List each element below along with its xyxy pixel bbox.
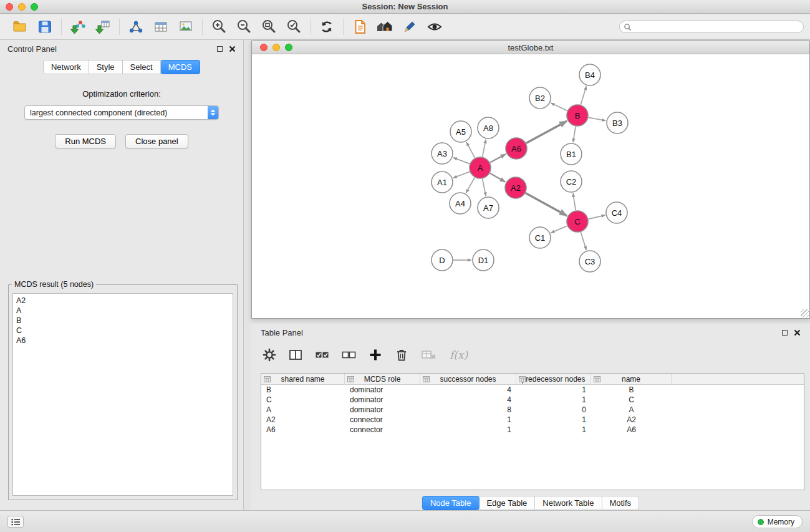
column-header-MCDS-role[interactable]: MCDS role — [345, 374, 420, 385]
function-builder-button[interactable]: f(x) — [450, 349, 468, 361]
close-window-button[interactable] — [6, 3, 13, 11]
network-node-A[interactable]: A — [470, 157, 491, 178]
table-cell[interactable]: dominator — [345, 405, 420, 415]
network-node-C3[interactable]: C3 — [579, 251, 600, 272]
network-node-C1[interactable]: C1 — [529, 227, 551, 248]
table-cell[interactable]: A2 — [261, 415, 345, 425]
gallery-button[interactable] — [372, 17, 397, 37]
network-node-B[interactable]: B — [567, 105, 588, 126]
network-node-A1[interactable]: A1 — [432, 172, 453, 193]
zoom-in-button[interactable] — [206, 17, 231, 37]
edge-A-A4[interactable] — [466, 178, 475, 193]
table-cell[interactable]: A6 — [261, 425, 345, 435]
column-header-name[interactable]: name — [591, 374, 672, 385]
resize-grip[interactable] — [801, 309, 809, 317]
table-row[interactable]: A6connector11A6 — [261, 425, 804, 435]
save-session-button[interactable] — [32, 17, 57, 37]
table-cell[interactable]: 0 — [516, 405, 591, 415]
table-row[interactable]: Adominator80A — [261, 405, 804, 415]
table-tab-motifs[interactable]: Motifs — [602, 496, 639, 510]
edge-C-C4[interactable] — [589, 215, 605, 219]
edge-A2-C[interactable] — [526, 193, 567, 216]
tab-network[interactable]: Network — [43, 60, 89, 74]
table-cell[interactable]: 1 — [420, 415, 516, 425]
edge-A-A5[interactable] — [466, 142, 475, 158]
table-cell[interactable]: connector — [345, 425, 420, 435]
network-node-C2[interactable]: C2 — [561, 171, 582, 192]
delete-table-button[interactable] — [421, 348, 437, 362]
table-settings-button[interactable] — [263, 348, 276, 362]
table-tab-network-table[interactable]: Network Table — [535, 496, 602, 510]
network-node-A6[interactable]: A6 — [506, 138, 527, 159]
mcds-result-item[interactable]: A — [16, 306, 229, 316]
edge-B-B1[interactable] — [573, 127, 576, 142]
maximize-view-button[interactable] — [285, 44, 292, 51]
table-cell[interactable]: 1 — [516, 415, 591, 425]
show-hide-details-button[interactable] — [422, 17, 447, 37]
network-node-A3[interactable]: A3 — [432, 143, 453, 164]
zoom-fit-button[interactable] — [256, 17, 281, 37]
table-cell[interactable]: 4 — [420, 395, 516, 405]
zoom-out-button[interactable] — [231, 17, 256, 37]
network-node-D[interactable]: D — [432, 249, 453, 271]
table-cell[interactable]: connector — [345, 415, 420, 425]
table-cell[interactable]: dominator — [345, 385, 420, 395]
table-cell[interactable]: A2 — [591, 415, 672, 425]
float-table-panel-button[interactable] — [782, 330, 788, 336]
network-node-A4[interactable]: A4 — [450, 193, 471, 214]
table-cell[interactable]: 1 — [516, 385, 591, 395]
edge-A-A8[interactable] — [483, 140, 486, 157]
table-cell[interactable]: A — [261, 405, 345, 415]
network-node-A7[interactable]: A7 — [478, 197, 499, 218]
edge-A6-B[interactable] — [526, 121, 567, 143]
mcds-result-item[interactable]: C — [16, 326, 229, 336]
show-console-button[interactable] — [7, 516, 24, 528]
table-row[interactable]: A2connector11A2 — [261, 415, 804, 425]
column-header-successor-nodes[interactable]: successor nodes — [420, 374, 516, 385]
table-cell[interactable]: A6 — [591, 425, 672, 435]
import-network-file-button[interactable] — [65, 17, 90, 37]
memory-button[interactable]: Memory — [752, 515, 803, 528]
table-cell[interactable]: C — [261, 395, 345, 405]
table-cell[interactable]: 1 — [516, 395, 591, 405]
close-panel-button[interactable] — [229, 46, 236, 52]
table-cell[interactable]: B — [261, 385, 345, 395]
network-node-B4[interactable]: B4 — [579, 64, 600, 85]
network-node-B2[interactable]: B2 — [529, 87, 551, 109]
network-node-B1[interactable]: B1 — [561, 143, 582, 165]
table-tab-edge-table[interactable]: Edge Table — [479, 496, 535, 510]
table-cell[interactable]: 4 — [420, 385, 516, 395]
show-columns-button[interactable] — [289, 348, 302, 362]
edge-A-A6[interactable] — [490, 154, 506, 163]
unselect-all-columns-button[interactable] — [342, 348, 356, 362]
network-node-B3[interactable]: B3 — [607, 112, 628, 133]
zoom-selected-button[interactable] — [281, 17, 306, 37]
minimize-view-button[interactable] — [272, 44, 280, 51]
table-tab-node-table[interactable]: Node Table — [422, 496, 480, 510]
network-node-C4[interactable]: C4 — [606, 202, 627, 223]
edge-B-B2[interactable] — [551, 103, 567, 110]
table-cell[interactable]: 8 — [420, 405, 516, 415]
select-all-columns-button[interactable] — [315, 348, 329, 362]
new-network-button[interactable] — [123, 17, 148, 37]
table-cell[interactable]: 1 — [420, 425, 516, 435]
column-header-predecessor-nodes[interactable]: predecessor nodes — [516, 374, 591, 385]
open-session-button[interactable] — [7, 17, 32, 37]
apply-layout-button[interactable] — [314, 17, 339, 37]
criterion-select[interactable]: largest connected component (directed) — [24, 105, 219, 120]
tab-mcds[interactable]: MCDS — [161, 60, 200, 74]
table-cell[interactable]: A — [591, 405, 672, 415]
edge-B-B4[interactable] — [581, 86, 586, 105]
maximize-window-button[interactable] — [31, 3, 38, 11]
search-input[interactable] — [634, 22, 803, 31]
create-column-button[interactable] — [369, 348, 382, 362]
delete-column-button[interactable] — [395, 348, 408, 362]
table-cell[interactable]: C — [591, 395, 672, 405]
edge-A-A2[interactable] — [490, 173, 506, 182]
edge-B-B3[interactable] — [589, 117, 606, 120]
import-table-file-button[interactable] — [90, 17, 115, 37]
table-row[interactable]: Bdominator41B — [261, 385, 804, 395]
table-row[interactable]: Cdominator41C — [261, 395, 804, 405]
network-node-A2[interactable]: A2 — [505, 177, 526, 198]
minimize-window-button[interactable] — [18, 3, 26, 11]
